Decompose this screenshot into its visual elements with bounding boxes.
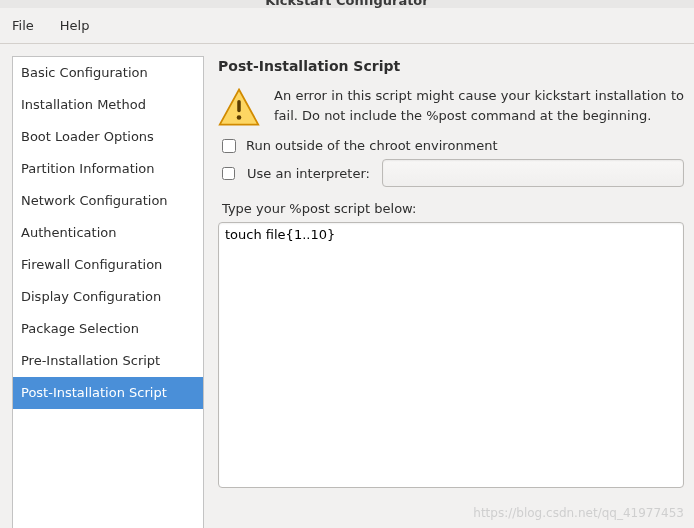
- sidebar-item-label: Partition Information: [21, 161, 155, 176]
- sidebar-item-label: Basic Configuration: [21, 65, 148, 80]
- sidebar-item-network-configuration[interactable]: Network Configuration: [13, 185, 203, 217]
- sidebar-item-boot-loader-options[interactable]: Boot Loader Options: [13, 121, 203, 153]
- interpreter-input[interactable]: [382, 159, 684, 187]
- chroot-checkbox[interactable]: [222, 139, 236, 153]
- titlebar: Kickstart Configurator: [0, 0, 694, 8]
- script-label: Type your %post script below:: [222, 201, 684, 216]
- menu-file[interactable]: File: [6, 14, 40, 37]
- interpreter-checkbox[interactable]: [222, 167, 235, 180]
- page-title: Post-Installation Script: [218, 58, 684, 74]
- sidebar-item-installation-method[interactable]: Installation Method: [13, 89, 203, 121]
- sidebar-item-authentication[interactable]: Authentication: [13, 217, 203, 249]
- sidebar-item-display-configuration[interactable]: Display Configuration: [13, 281, 203, 313]
- menubar: File Help: [0, 8, 694, 44]
- warning-text: An error in this script might cause your…: [274, 86, 684, 125]
- sidebar-item-label: Firewall Configuration: [21, 257, 162, 272]
- sidebar-item-firewall-configuration[interactable]: Firewall Configuration: [13, 249, 203, 281]
- sidebar-item-label: Display Configuration: [21, 289, 161, 304]
- sidebar-item-label: Network Configuration: [21, 193, 168, 208]
- sidebar-item-label: Post-Installation Script: [21, 385, 167, 400]
- sidebar-item-package-selection[interactable]: Package Selection: [13, 313, 203, 345]
- warning-icon: [218, 86, 260, 128]
- interpreter-label: Use an interpreter:: [247, 166, 370, 181]
- sidebar-item-post-installation-script[interactable]: Post-Installation Script: [13, 377, 203, 409]
- svg-point-2: [237, 115, 242, 120]
- sidebar-item-label: Boot Loader Options: [21, 129, 154, 144]
- main-panel: Post-Installation Script An error in thi…: [204, 44, 694, 528]
- window-title: Kickstart Configurator: [265, 0, 428, 8]
- sidebar-item-label: Installation Method: [21, 97, 146, 112]
- svg-rect-1: [237, 100, 241, 112]
- sidebar-item-label: Package Selection: [21, 321, 139, 336]
- chroot-row: Run outside of the chroot environment: [222, 138, 684, 153]
- sidebar-item-basic-configuration[interactable]: Basic Configuration: [13, 57, 203, 89]
- sidebar-item-pre-installation-script[interactable]: Pre-Installation Script: [13, 345, 203, 377]
- script-textarea[interactable]: [218, 222, 684, 488]
- sidebar-item-partition-information[interactable]: Partition Information: [13, 153, 203, 185]
- warning-row: An error in this script might cause your…: [218, 86, 684, 128]
- interpreter-row: Use an interpreter:: [222, 159, 684, 187]
- content-area: Basic Configuration Installation Method …: [0, 44, 694, 528]
- chroot-label: Run outside of the chroot environment: [246, 138, 498, 153]
- sidebar-item-label: Authentication: [21, 225, 116, 240]
- sidebar-item-label: Pre-Installation Script: [21, 353, 160, 368]
- menu-help[interactable]: Help: [54, 14, 96, 37]
- sidebar: Basic Configuration Installation Method …: [12, 56, 204, 528]
